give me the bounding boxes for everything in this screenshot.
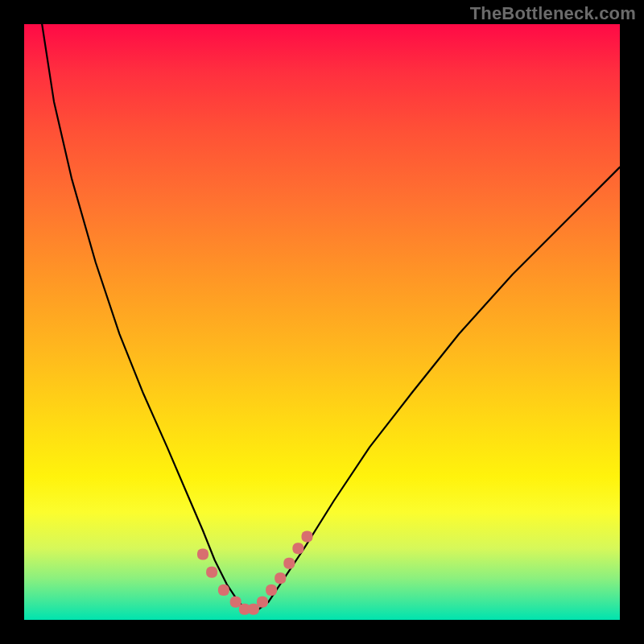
chart-svg	[24, 24, 620, 620]
chart-stage: TheBottleneck.com	[0, 0, 644, 644]
highlight-marker	[230, 597, 242, 608]
curve-group	[42, 24, 620, 611]
highlight-marker	[266, 584, 277, 596]
highlight-marker	[275, 572, 286, 584]
highlight-marker	[197, 549, 208, 560]
bottleneck-curve	[42, 24, 620, 611]
watermark-text: TheBottleneck.com	[470, 3, 636, 24]
highlight-marker	[218, 584, 229, 596]
highlight-marker	[283, 558, 295, 569]
highlight-marker	[302, 530, 313, 542]
highlight-marker	[206, 567, 217, 578]
highlight-marker	[248, 604, 259, 615]
highlight-markers	[197, 530, 313, 614]
highlight-marker	[292, 543, 303, 554]
plot-area	[24, 24, 620, 620]
highlight-marker	[257, 597, 268, 608]
